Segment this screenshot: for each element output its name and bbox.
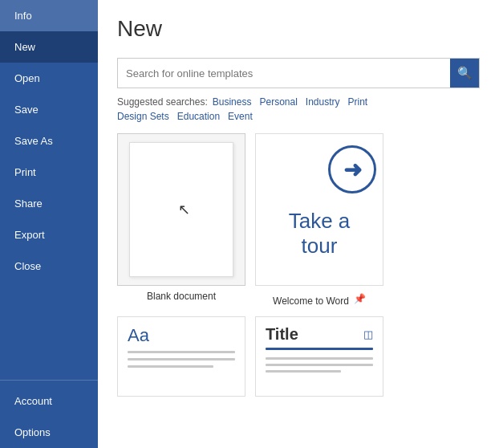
sidebar-item-account[interactable]: Account [0, 385, 98, 417]
blank-document-thumb: ↖ [117, 133, 245, 286]
templates-grid: ↖ Blank document ➜ Take atour Welcome to… [117, 133, 480, 307]
sidebar-item-info[interactable]: Info [0, 0, 98, 31]
tour-label-row: Welcome to Word 📌 [273, 291, 366, 307]
tour-card: ➜ Take atour [255, 133, 383, 286]
blank-document-card[interactable]: ↖ Blank document [117, 133, 245, 307]
suggested-education[interactable]: Education [177, 111, 220, 122]
bottom-cards: Aa Title ◫ [117, 316, 480, 397]
sidebar-item-print[interactable]: Print [0, 157, 98, 188]
sidebar-item-save-as[interactable]: Save As [0, 125, 98, 157]
sidebar-item-options[interactable]: Options [0, 417, 98, 448]
sidebar: Info New Open Save Save As Print Share E… [0, 0, 98, 448]
sidebar-divider [0, 380, 98, 381]
title-line-4 [266, 370, 341, 373]
tour-text: Take atour [281, 209, 359, 259]
title-template-thumb: Title ◫ [255, 316, 383, 397]
suggested-print[interactable]: Print [348, 96, 368, 108]
sidebar-item-save[interactable]: Save [0, 94, 98, 125]
sidebar-item-new[interactable]: New [0, 31, 98, 63]
suggested-personal[interactable]: Personal [259, 96, 297, 108]
title-icon: ◫ [363, 328, 373, 340]
search-input[interactable] [118, 61, 450, 86]
main-content: New 🔍 Suggested searches: Business Perso… [98, 0, 499, 448]
aa-text: Aa [128, 325, 235, 346]
suggested-searches-row2: Design Sets Education Event [117, 111, 480, 122]
title-line-1 [266, 348, 373, 350]
doc-line-1 [128, 351, 235, 353]
pin-icon: 📌 [354, 293, 366, 304]
normal-template-card[interactable]: Aa [117, 316, 245, 397]
tour-card-wrapper[interactable]: ➜ Take atour Welcome to Word 📌 [255, 133, 383, 307]
page-title: New [117, 16, 480, 42]
sidebar-item-export[interactable]: Export [0, 219, 98, 250]
blank-inner-page [129, 142, 233, 277]
suggested-label: Suggested searches: [117, 96, 208, 108]
search-bar: 🔍 [117, 58, 480, 88]
suggested-design-sets[interactable]: Design Sets [117, 111, 169, 122]
title-line-2 [266, 357, 373, 360]
title-header-row: Title ◫ [266, 325, 373, 344]
tour-arrow-icon: ➜ [328, 145, 376, 193]
tour-label: Welcome to Word [273, 295, 349, 307]
search-icon: 🔍 [457, 66, 473, 80]
title-text: Title [266, 325, 298, 344]
doc-line-2 [128, 358, 235, 360]
suggested-searches-row: Suggested searches: Business Personal In… [117, 96, 480, 108]
search-button[interactable]: 🔍 [450, 59, 479, 88]
suggested-industry[interactable]: Industry [306, 96, 340, 108]
suggested-business[interactable]: Business [213, 96, 252, 108]
title-template-card[interactable]: Title ◫ [255, 316, 383, 397]
normal-template-thumb: Aa [117, 316, 245, 397]
title-line-3 [266, 364, 373, 366]
suggested-event[interactable]: Event [228, 111, 253, 122]
sidebar-item-open[interactable]: Open [0, 63, 98, 94]
sidebar-item-close[interactable]: Close [0, 250, 98, 282]
sidebar-item-share[interactable]: Share [0, 188, 98, 219]
blank-document-label: Blank document [147, 291, 216, 302]
doc-line-3 [128, 365, 213, 368]
